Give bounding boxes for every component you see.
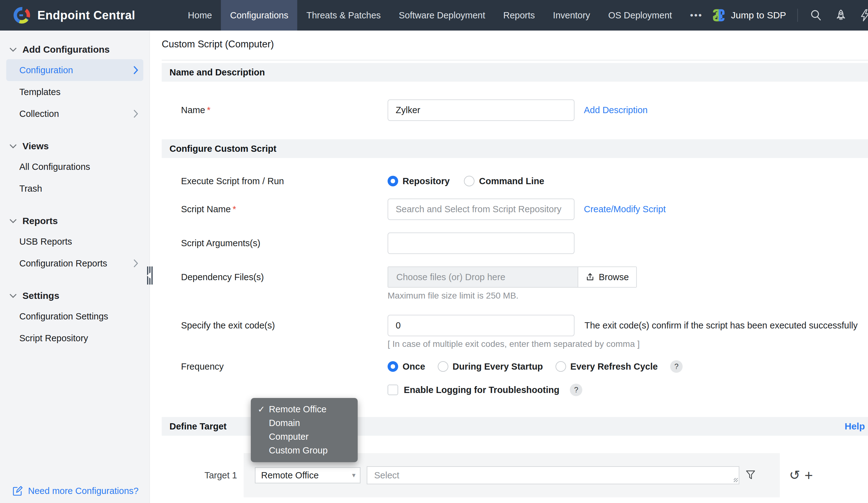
dropdown-option-remote-office[interactable]: ✓ Remote Office	[251, 402, 358, 416]
whats-new-rocket-icon[interactable]	[834, 8, 848, 22]
browse-button[interactable]: Browse	[578, 267, 636, 287]
radio-repository[interactable]: Repository	[388, 176, 450, 186]
frequency-radios: Once During Every Startup Every Refresh …	[388, 360, 683, 373]
create-modify-script-link[interactable]: Create/Modify Script	[584, 204, 666, 214]
sidebar-item-trash[interactable]: Trash	[0, 178, 149, 199]
exit-code-hint: [ In case of multiple exit codes, enter …	[388, 339, 868, 349]
exit-code-row: Specify the exit code(s) The exit code(s…	[162, 315, 868, 336]
radio-unselected-icon	[556, 361, 566, 372]
target-1-label: Target 1	[162, 470, 244, 481]
sidebar-header-label: Views	[22, 141, 49, 152]
dropdown-option-domain[interactable]: Domain	[251, 416, 358, 430]
enable-logging-label: Enable Logging for Troubleshooting	[404, 385, 559, 395]
sidebar-item-label: Trash	[19, 184, 42, 194]
target-value-wrap	[367, 466, 739, 484]
sidebar-item-script-repository[interactable]: Script Repository	[0, 327, 149, 349]
sidebar-header-settings[interactable]: Settings	[0, 290, 149, 301]
sidebar-item-label: Configuration	[19, 65, 73, 75]
sidebar-item-collection[interactable]: Collection	[0, 103, 149, 125]
sidebar-item-all-configurations[interactable]: All Configurations	[0, 156, 149, 178]
logging-help-icon[interactable]: ?	[570, 384, 582, 396]
nav-item-threats-patches[interactable]: Threats & Patches	[297, 0, 390, 31]
sidebar-item-templates[interactable]: Templates	[0, 81, 149, 103]
sidebar-item-configuration-settings[interactable]: Configuration Settings	[0, 305, 149, 327]
endpoint-central-logo-icon	[13, 7, 31, 24]
quick-actions-bolt-icon[interactable]	[859, 8, 868, 22]
sidebar-header-views[interactable]: Views	[0, 141, 149, 152]
dropdown-option-custom-group[interactable]: Custom Group	[251, 443, 358, 457]
jump-to-sdp-button[interactable]: Jump to SDP	[712, 8, 786, 22]
sidebar-header-reports[interactable]: Reports	[0, 216, 149, 226]
sidebar-item-label: Configuration Reports	[19, 258, 107, 269]
nav-item-os-deployment[interactable]: OS Deployment	[599, 0, 681, 31]
radio-command-line[interactable]: Command Line	[464, 176, 544, 186]
nav-divider	[797, 9, 798, 22]
nav-item-reports[interactable]: Reports	[494, 0, 544, 31]
script-name-label: Script Name*	[162, 204, 388, 214]
required-asterisk: *	[233, 204, 236, 214]
script-name-row: Script Name* Create/Modify Script	[162, 198, 868, 220]
radio-every-refresh-cycle[interactable]: Every Refresh Cycle	[556, 361, 658, 372]
target-type-select[interactable]: Remote Office ▾	[255, 467, 361, 483]
target-type-dropdown: ✓ Remote Office Domain Computer Custom G…	[251, 398, 358, 462]
need-more-configurations-label: Need more Configurations?	[28, 486, 139, 496]
brand-name: Endpoint Central	[38, 9, 135, 22]
page-title: Custom Script (Computer)	[162, 31, 868, 50]
help-link[interactable]: Help	[845, 421, 865, 432]
nav-item-software-deployment[interactable]: Software Deployment	[390, 0, 494, 31]
chevron-down-icon	[9, 144, 17, 148]
sidebar-section-settings: Settings Configuration Settings Script R…	[0, 290, 149, 349]
target-type-value: Remote Office	[261, 470, 319, 481]
search-icon[interactable]	[809, 8, 823, 22]
sidebar-header-label: Settings	[22, 290, 59, 301]
sidebar-header-label: Reports	[22, 216, 58, 226]
sdp-logo-icon	[712, 8, 726, 22]
script-arguments-input[interactable]	[388, 233, 575, 254]
enable-logging-checkbox[interactable]	[388, 384, 398, 395]
main-content: Custom Script (Computer) Name and Descri…	[150, 31, 868, 503]
section-header-configure-custom-script: Configure Custom Script	[162, 139, 868, 158]
nav-item-inventory[interactable]: Inventory	[544, 0, 599, 31]
radio-unselected-icon	[464, 176, 475, 186]
sidebar-item-label: Configuration Settings	[19, 311, 108, 322]
section-title: Define Target	[169, 421, 227, 432]
filter-icon[interactable]	[746, 470, 755, 481]
dropdown-option-computer[interactable]: Computer	[251, 430, 358, 443]
reset-target-icon[interactable]: ↺	[789, 469, 800, 482]
sidebar-item-configuration-reports[interactable]: Configuration Reports	[0, 253, 149, 274]
top-navbar: Endpoint Central Home Configurations Thr…	[0, 0, 868, 31]
nav-item-configurations[interactable]: Configurations	[221, 0, 297, 31]
target-actions: ↺ +	[789, 468, 813, 482]
frequency-label: Frequency	[162, 361, 388, 372]
file-dropzone[interactable]: Choose files (or) Drop here	[388, 267, 578, 287]
chevron-right-icon	[134, 259, 138, 267]
radio-once[interactable]: Once	[388, 361, 425, 372]
left-sidebar: Add Configurations Configuration Templat…	[0, 31, 150, 503]
max-file-size-note: Maximum file size limit is 250 MB.	[388, 291, 868, 301]
nav-right: Jump to SDP	[712, 0, 868, 31]
nav-overflow-menu-icon[interactable]: •••	[681, 0, 712, 31]
exit-code-note: The exit code(s) confirm if the script h…	[585, 320, 858, 331]
add-target-icon[interactable]: +	[804, 468, 813, 482]
sidebar-collapse-handle[interactable]	[147, 266, 153, 285]
radio-unselected-icon	[438, 361, 448, 372]
radio-during-every-startup[interactable]: During Every Startup	[438, 361, 543, 372]
exit-code-input[interactable]	[388, 315, 575, 336]
sidebar-item-configuration[interactable]: Configuration	[6, 59, 143, 81]
name-input[interactable]	[388, 100, 575, 121]
script-name-input[interactable]	[388, 198, 575, 220]
brand[interactable]: Endpoint Central	[0, 0, 135, 31]
sidebar-header-add-configurations[interactable]: Add Configurations	[0, 44, 149, 55]
dependency-files-row: Dependency Files(s) Choose files (or) Dr…	[162, 266, 868, 288]
app-window: Endpoint Central Home Configurations Thr…	[0, 0, 868, 503]
frequency-help-icon[interactable]: ?	[670, 360, 683, 373]
nav-item-home[interactable]: Home	[179, 0, 221, 31]
radio-selected-icon	[388, 176, 398, 186]
target-value-input[interactable]	[367, 466, 739, 484]
title-divider	[162, 60, 868, 60]
execute-script-radios: Repository Command Line	[388, 176, 544, 186]
need-more-configurations-link[interactable]: Need more Configurations?	[12, 485, 139, 496]
sidebar-item-usb-reports[interactable]: USB Reports	[0, 230, 149, 253]
add-description-link[interactable]: Add Description	[584, 105, 648, 115]
sidebar-item-label: Script Repository	[19, 333, 88, 343]
